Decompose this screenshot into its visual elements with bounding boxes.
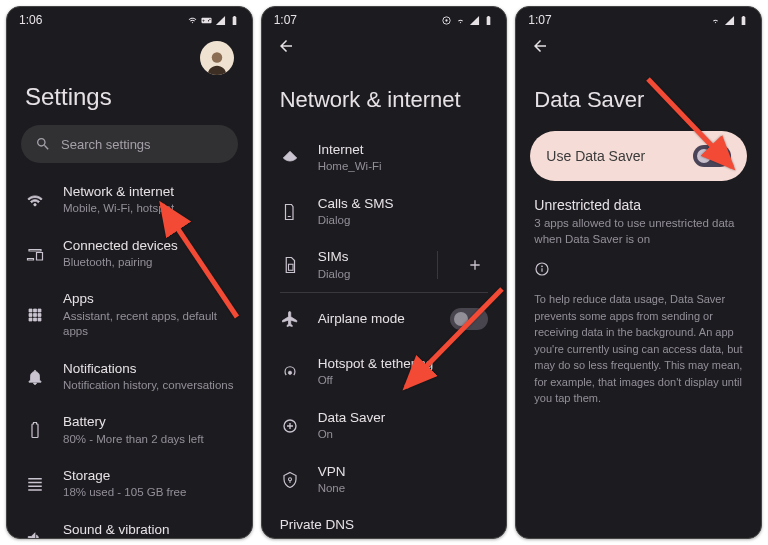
battery-icon (738, 15, 749, 26)
list-item[interactable]: Sound & vibrationVolume, haptics, Do Not… (7, 511, 252, 538)
list-item[interactable]: Connected devicesBluetooth, pairing (7, 227, 252, 281)
use-data-saver-toggle[interactable] (693, 145, 731, 167)
svg-point-7 (288, 477, 291, 480)
wifi-icon (710, 15, 721, 26)
item-sub: Bluetooth, pairing (63, 255, 234, 271)
clock: 1:07 (274, 13, 297, 27)
item-label: Hotspot & tethering (318, 355, 489, 373)
devices-icon (25, 244, 45, 264)
screen-settings: 1:06 Settings Search settings Network & … (6, 6, 253, 539)
wifi-icon (455, 15, 466, 26)
list-item[interactable]: VPNNone (262, 453, 507, 507)
add-button[interactable] (462, 252, 488, 278)
status-icons (441, 15, 494, 26)
wifi-fan-icon (280, 148, 300, 168)
statusbar: 1:06 (7, 7, 252, 29)
list-item[interactable]: Airplane mode (262, 293, 507, 345)
svg-point-11 (542, 266, 543, 267)
item-sub: Dialog (318, 213, 489, 229)
status-icons (187, 15, 240, 26)
item-sub: Mobile, Wi-Fi, hotspot (63, 201, 234, 217)
item-label: Connected devices (63, 237, 234, 255)
item-sub: On (318, 427, 489, 443)
back-button[interactable] (274, 34, 298, 58)
list-item[interactable]: Data SaverOn (262, 399, 507, 453)
statusbar: 1:07 (262, 7, 507, 29)
item-label: Data Saver (318, 409, 489, 427)
item-label: Battery (63, 413, 234, 431)
item-label: SIMs (318, 248, 414, 266)
bell-icon (25, 367, 45, 387)
wifi-icon (187, 15, 198, 26)
phone-icon (280, 202, 300, 222)
search-placeholder: Search settings (61, 137, 151, 152)
saver-icon (280, 416, 300, 436)
search-icon (35, 136, 51, 152)
controller-icon (201, 15, 212, 26)
svg-point-5 (288, 371, 291, 374)
clock: 1:06 (19, 13, 42, 27)
statusbar: 1:07 (516, 7, 761, 29)
unrestricted-title: Unrestricted data (534, 197, 743, 213)
item-label: Sound & vibration (63, 521, 234, 538)
signal-icon (724, 15, 735, 26)
vpn-icon (280, 470, 300, 490)
svg-point-0 (211, 52, 222, 63)
saver-status-icon (441, 15, 452, 26)
list-item[interactable]: InternetHome_Wi-Fi (262, 131, 507, 185)
battery-icon (483, 15, 494, 26)
storage-icon (25, 474, 45, 494)
apps-icon (25, 305, 45, 325)
item-sub: Notification history, conversations (63, 378, 234, 394)
item-label: Network & internet (63, 183, 234, 201)
list-item[interactable]: AppsAssistant, recent apps, default apps (7, 280, 252, 349)
screen-network: 1:07 Network & internet InternetHome_Wi-… (261, 6, 508, 539)
battery-icon (229, 15, 240, 26)
item-sub: Automatic (280, 535, 489, 538)
airplane-icon (280, 309, 300, 329)
back-button[interactable] (528, 34, 552, 58)
item-sub: Off (318, 373, 489, 389)
page-title: Data Saver (516, 63, 761, 131)
settings-list: Network & internetMobile, Wi-Fi, hotspot… (7, 173, 252, 538)
list-item[interactable]: SIMsDialog (262, 238, 507, 292)
item-sub: Home_Wi-Fi (318, 159, 489, 175)
hotspot-icon (280, 362, 300, 382)
item-label: VPN (318, 463, 489, 481)
airplane mode-toggle[interactable] (450, 308, 488, 330)
status-icons (710, 15, 749, 26)
list-item[interactable]: NotificationsNotification history, conve… (7, 350, 252, 404)
wifi-icon (25, 190, 45, 210)
sim-icon (280, 255, 300, 275)
clock: 1:07 (528, 13, 551, 27)
page-title: Network & internet (262, 63, 507, 131)
sound-icon (25, 528, 45, 538)
network-list: InternetHome_Wi-FiCalls & SMSDialogSIMsD… (262, 131, 507, 538)
list-item[interactable]: Hotspot & tetheringOff (262, 345, 507, 399)
screen-datasaver: 1:07 Data Saver Use Data Saver Unrestric… (515, 6, 762, 539)
item-label: Internet (318, 141, 489, 159)
list-item[interactable]: Calls & SMSDialog (262, 185, 507, 239)
search-input[interactable]: Search settings (21, 125, 238, 163)
avatar[interactable] (200, 41, 234, 75)
battery-icon (25, 420, 45, 440)
item-sub: Dialog (318, 267, 414, 283)
item-sub: None (318, 481, 489, 497)
unrestricted-data-row[interactable]: Unrestricted data 3 apps allowed to use … (516, 197, 761, 251)
signal-icon (215, 15, 226, 26)
item-sub: 18% used - 105 GB free (63, 485, 234, 501)
list-item[interactable]: Battery80% - More than 2 days left (7, 403, 252, 457)
use-data-saver-row[interactable]: Use Data Saver (530, 131, 747, 181)
item-label: Private DNS (280, 516, 489, 534)
item-label: Calls & SMS (318, 195, 489, 213)
item-sub: 80% - More than 2 days left (63, 432, 234, 448)
unrestricted-sub: 3 apps allowed to use unrestricted data … (534, 215, 743, 247)
list-item[interactable]: Network & internetMobile, Wi-Fi, hotspot (7, 173, 252, 227)
item-label: Apps (63, 290, 234, 308)
signal-icon (469, 15, 480, 26)
use-data-saver-label: Use Data Saver (546, 148, 645, 164)
help-text: To help reduce data usage, Data Saver pr… (516, 287, 761, 411)
list-item[interactable]: Private DNSAutomatic (262, 506, 507, 538)
item-label: Storage (63, 467, 234, 485)
list-item[interactable]: Storage18% used - 105 GB free (7, 457, 252, 511)
